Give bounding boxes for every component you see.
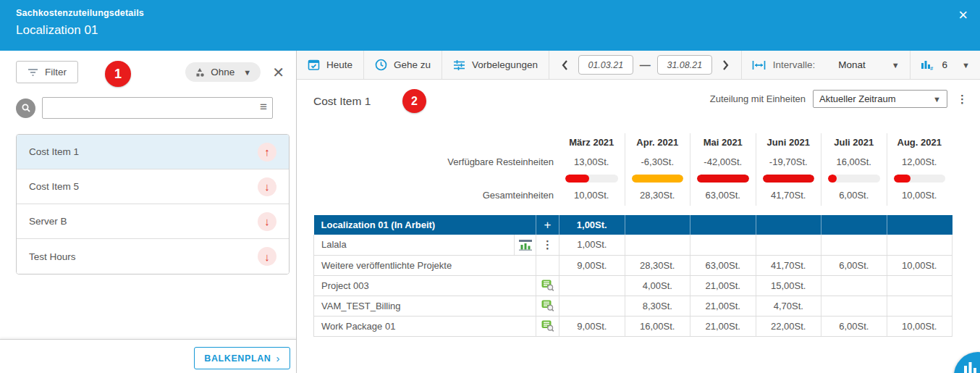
- cell-value: 28,30St.: [625, 255, 690, 275]
- total-value: 10,00St.: [559, 185, 625, 206]
- total-value: 63,00St.: [690, 185, 756, 206]
- screen: Sachkostenzuteilungsdetails Localization…: [0, 0, 980, 373]
- row-name: Work Package 01: [314, 316, 536, 336]
- today-label: Heute: [326, 59, 352, 70]
- date-to-input[interactable]: [657, 55, 712, 75]
- column-chart-icon[interactable]: [519, 240, 532, 251]
- total-units-label: Gesamteinheiten: [313, 185, 559, 206]
- cell-value: 21,00St.: [690, 296, 756, 316]
- search-icon[interactable]: [16, 99, 35, 118]
- date-from-input[interactable]: [578, 55, 633, 75]
- cell-value[interactable]: [690, 235, 756, 255]
- interval-dropdown[interactable]: Intervalle: Monat: [741, 51, 910, 79]
- month-header: Aug. 2021: [887, 133, 952, 151]
- bar-chart-count-icon: #: [921, 59, 934, 70]
- total-value: 28,30St.: [625, 185, 690, 206]
- trend-down-icon: ↓: [258, 177, 276, 196]
- dialog-title: Sachkostenzuteilungsdetails: [16, 8, 980, 18]
- filter-button[interactable]: Filter: [16, 61, 78, 83]
- document-preview-icon[interactable]: [541, 280, 554, 291]
- header-value: [625, 215, 690, 235]
- cell-value[interactable]: [756, 235, 821, 255]
- chart-count-dropdown[interactable]: # 6: [910, 51, 980, 79]
- capacity-bar: [559, 172, 625, 185]
- close-icon[interactable]: ×: [958, 4, 968, 27]
- main-panel: Heute Gehe zu Vorbelegungen: [297, 51, 980, 373]
- grouping-dropdown[interactable]: Ohne: [185, 62, 261, 82]
- sidebar-close-icon[interactable]: ✕: [272, 65, 284, 80]
- chevron-down-icon: [962, 61, 970, 70]
- bar-chart-icon: [963, 360, 979, 373]
- sliders-icon: [453, 59, 465, 71]
- cell-value: 9,00St.: [559, 316, 625, 336]
- cost-item-list: Cost Item 1 ↑ Cost Item 5 ↓ Server B ↓ T…: [16, 134, 290, 274]
- cell-value: 8,30St.: [625, 296, 690, 316]
- goto-button[interactable]: Gehe zu: [364, 51, 442, 79]
- summary-grid: März 2021 Apr. 2021 Mai 2021 Juni 2021 J…: [313, 133, 980, 206]
- cell-value: 22,00St.: [756, 316, 821, 336]
- allocation-controls: Zuteilung mit Einheiten Aktueller Zeitra…: [710, 90, 970, 108]
- capacity-bar: [756, 172, 821, 185]
- search-options-icon[interactable]: ≡: [260, 100, 267, 114]
- row-name: Lalala: [314, 235, 515, 255]
- month-header: März 2021: [559, 133, 625, 151]
- sidebar-controls: Filter Ohne ✕: [0, 51, 296, 83]
- table-row-lalala[interactable]: Lalala 1,00St.: [314, 235, 952, 255]
- presets-button[interactable]: Vorbelegungen: [442, 51, 549, 79]
- list-item-cost-item-5[interactable]: Cost Item 5 ↓: [17, 169, 289, 204]
- table-row-vam-test-billing[interactable]: VAM_TEST_Billing 8,30St. 21,00St. 4,70St…: [314, 296, 952, 316]
- chart-fab-button[interactable]: [954, 352, 980, 373]
- available-value: 12,00St.: [887, 151, 952, 172]
- interval-label: Intervalle:: [773, 59, 816, 70]
- next-period-icon[interactable]: [719, 59, 733, 71]
- list-item-server-b[interactable]: Server B ↓: [17, 204, 289, 239]
- cell-value: 9,00St.: [559, 255, 625, 275]
- row-name: Weitere veröffentlichte Projekte: [314, 255, 536, 275]
- list-item-cost-item-1[interactable]: Cost Item 1 ↑: [17, 135, 289, 169]
- cell-value: [887, 275, 952, 296]
- table-header-row: Localization 01 (In Arbeit) + 1,00St.: [314, 215, 952, 235]
- today-button[interactable]: Heute: [297, 51, 364, 79]
- more-options-icon[interactable]: [955, 93, 970, 106]
- cell-value[interactable]: [887, 235, 952, 255]
- table-row-work-package-01[interactable]: Work Package 01 9,00St. 16,00St. 21,00St…: [314, 316, 952, 336]
- list-item-test-hours[interactable]: Test Hours ↓: [17, 239, 289, 274]
- cell-value: 10,00St.: [887, 316, 952, 336]
- allocation-table: Localization 01 (In Arbeit) + 1,00St. La…: [313, 215, 952, 337]
- filter-icon: [28, 68, 38, 77]
- list-item-label: Cost Item 1: [29, 146, 79, 157]
- capacity-bar: [887, 172, 952, 185]
- cell-value: [887, 296, 952, 316]
- list-item-label: Cost Item 5: [29, 181, 79, 192]
- document-preview-icon[interactable]: [541, 300, 554, 311]
- add-row-button[interactable]: +: [536, 215, 559, 235]
- cell-value: 4,00St.: [625, 275, 690, 296]
- header-value: [887, 215, 952, 235]
- document-preview-icon[interactable]: [541, 320, 554, 332]
- toolbar: Heute Gehe zu Vorbelegungen: [297, 51, 980, 80]
- cell-value: [559, 275, 625, 296]
- row-name: VAM_TEST_Billing: [314, 296, 536, 316]
- cell-value: 6,00St.: [821, 255, 887, 275]
- calendar-check-icon: [308, 59, 320, 71]
- cell-value[interactable]: [625, 235, 690, 255]
- chevron-down-icon: [243, 68, 251, 77]
- available-value: 13,00St.: [559, 151, 625, 172]
- interval-value: Monat: [838, 59, 866, 70]
- period-select[interactable]: Aktueller Zeitraum: [813, 90, 947, 108]
- trend-down-icon: ↓: [258, 212, 276, 231]
- balkenplan-label: BALKENPLAN: [204, 353, 271, 364]
- interval-range-icon: [752, 60, 766, 70]
- row-menu-icon[interactable]: [540, 238, 555, 251]
- balkenplan-button[interactable]: BALKENPLAN›: [194, 347, 290, 369]
- cell-value[interactable]: 1,00St.: [559, 235, 625, 255]
- cell-value: 6,00St.: [821, 316, 887, 336]
- cell-value[interactable]: [821, 235, 887, 255]
- table-row-project-003[interactable]: Project 003 4,00St. 21,00St. 15,00St.: [314, 275, 952, 296]
- capacity-bar: [821, 172, 887, 185]
- cell-value: [821, 275, 887, 296]
- table-row-other-projects[interactable]: Weitere veröffentlichte Projekte 9,00St.…: [314, 255, 952, 275]
- prev-period-icon[interactable]: [557, 59, 572, 71]
- cell-value: [821, 296, 887, 316]
- search-input[interactable]: [42, 97, 273, 119]
